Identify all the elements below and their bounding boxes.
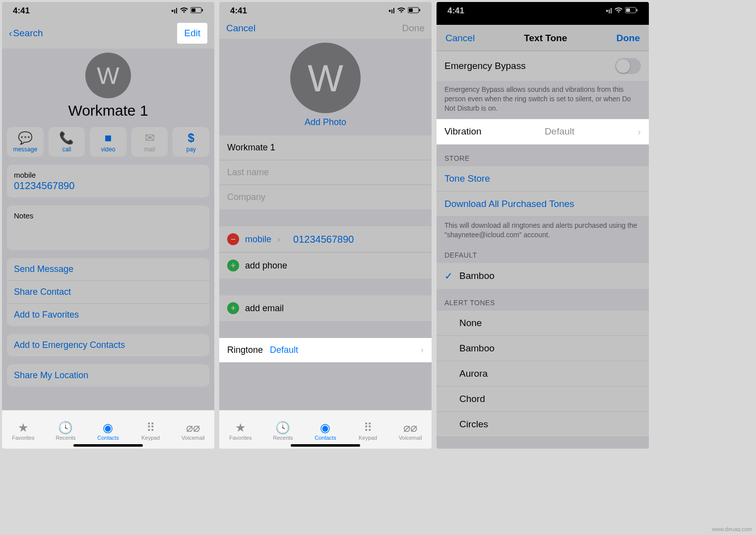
home-indicator[interactable]	[73, 444, 143, 447]
tab-favorites[interactable]: ★Favorites	[2, 410, 45, 449]
tab-contacts[interactable]: ◉Contacts	[87, 410, 129, 449]
tone-row[interactable]: Circles	[437, 412, 649, 437]
battery-icon	[190, 7, 203, 15]
nav-bar: ‹ Search Edit	[2, 18, 214, 49]
emergency-bypass-footer: Emergency Bypass allows sounds and vibra…	[437, 81, 649, 115]
edit-button[interactable]: Edit	[177, 23, 207, 44]
add-favorites-link[interactable]: Add to Favorites	[7, 304, 209, 326]
tone-body: Emergency Bypass Emergency Bypass allows…	[437, 51, 649, 449]
alert-tones-header: ALERT TONES	[437, 289, 649, 311]
clock-icon: 🕓	[275, 421, 290, 434]
vibration-row[interactable]: Vibration Default ›	[437, 119, 649, 144]
message-action[interactable]: 💬 message	[7, 127, 44, 157]
add-photo-button[interactable]: Add Photo	[219, 117, 432, 128]
chevron-right-icon: ›	[421, 345, 424, 355]
last-name-placeholder: Last name	[227, 167, 269, 178]
tone-row[interactable]: Chord	[437, 387, 649, 412]
done-button: Done	[402, 23, 425, 34]
status-bar: 4:41 •ıl	[219, 2, 432, 18]
tab-recents[interactable]: 🕓Recents	[262, 410, 305, 449]
phone-cell[interactable]: mobile 01234567890	[7, 165, 209, 198]
svg-rect-4	[409, 8, 413, 12]
tab-contacts[interactable]: ◉Contacts	[304, 410, 347, 449]
done-button[interactable]: Done	[616, 33, 640, 44]
person-icon: ◉	[320, 421, 330, 434]
person-icon: ◉	[103, 421, 113, 434]
tab-voicemail[interactable]: ⌀⌀Voicemail	[389, 410, 432, 449]
call-action[interactable]: 📞 call	[49, 127, 85, 157]
tone-row[interactable]: None	[437, 311, 649, 336]
tab-label: Recents	[56, 435, 75, 441]
status-indicators: •ıl	[388, 7, 421, 15]
video-action[interactable]: ■ video	[90, 127, 126, 157]
tab-keypad[interactable]: ⠿Keypad	[129, 410, 172, 449]
svg-rect-7	[626, 8, 630, 12]
pay-label: pay	[186, 146, 195, 153]
tab-recents[interactable]: 🕓Recents	[45, 410, 87, 449]
add-icon[interactable]: +	[227, 302, 239, 314]
cancel-button[interactable]: Cancel	[445, 33, 475, 44]
contact-name: Workmate 1	[2, 102, 214, 119]
cancel-button[interactable]: Cancel	[226, 23, 255, 34]
message-label: message	[13, 146, 37, 153]
vibration-label: Vibration	[444, 126, 482, 137]
signal-icon: •ıl	[388, 7, 395, 15]
first-name-field[interactable]: Workmate 1	[219, 135, 432, 160]
phone-value[interactable]: 01234567890	[293, 234, 354, 245]
phone-type-label[interactable]: mobile	[245, 234, 271, 245]
tab-label: Favorites	[12, 435, 34, 441]
add-phone-row[interactable]: + add phone	[219, 253, 432, 278]
action-row: 💬 message 📞 call ■ video ✉ mail $ pay	[2, 127, 214, 157]
pay-action[interactable]: $ pay	[173, 127, 209, 157]
share-contact-link[interactable]: Share Contact	[7, 281, 209, 304]
clock-icon: 🕓	[58, 421, 73, 434]
mobile-phone-row[interactable]: − mobile › 01234567890	[219, 226, 432, 253]
tab-label: Voicemail	[182, 435, 205, 441]
download-footer: This will download all ringtones and ale…	[437, 217, 649, 242]
company-placeholder: Company	[227, 192, 265, 202]
delete-icon[interactable]: −	[227, 233, 239, 245]
signal-icon: •ıl	[606, 7, 612, 15]
notes-cell[interactable]: Notes	[7, 205, 209, 226]
add-icon[interactable]: +	[227, 260, 239, 271]
tone-label: Circles	[459, 419, 488, 430]
emergency-bypass-row[interactable]: Emergency Bypass	[437, 51, 649, 81]
send-message-link[interactable]: Send Message	[7, 258, 209, 281]
chevron-right-icon: ›	[277, 234, 280, 245]
toggle-switch[interactable]	[615, 58, 641, 74]
default-tone-row[interactable]: ✓ Bamboo	[437, 263, 649, 289]
screen-text-tone: 4:41 •ıl Cancel Text Tone Done Emergency…	[437, 2, 649, 449]
share-location-link[interactable]: Share My Location	[7, 364, 209, 387]
tab-label: Recents	[273, 435, 293, 441]
tab-voicemail[interactable]: ⌀⌀Voicemail	[172, 410, 214, 449]
tone-row[interactable]: Aurora	[437, 361, 649, 387]
watermark: www.deuaq.com	[712, 526, 752, 532]
chevron-left-icon: ‹	[9, 28, 12, 39]
company-field[interactable]: Company	[219, 185, 432, 209]
tone-store-link[interactable]: Tone Store	[437, 166, 649, 192]
add-emergency-link[interactable]: Add to Emergency Contacts	[7, 334, 209, 356]
download-all-link[interactable]: Download All Purchased Tones	[437, 192, 649, 217]
add-email-row[interactable]: + add email	[219, 295, 432, 321]
wifi-icon	[397, 7, 406, 15]
video-icon: ■	[105, 131, 112, 145]
keypad-icon: ⠿	[146, 421, 155, 434]
last-name-field[interactable]: Last name	[219, 160, 432, 185]
contact-avatar: W	[85, 53, 131, 98]
emergency-bypass-label: Emergency Bypass	[444, 61, 526, 71]
ringtone-row[interactable]: Ringtone Default ›	[219, 338, 432, 362]
status-time: 4:41	[230, 6, 247, 16]
tone-row[interactable]: Bamboo	[437, 336, 649, 361]
keypad-icon: ⠿	[364, 421, 373, 434]
svg-rect-5	[419, 9, 420, 11]
tone-label: Bamboo	[459, 343, 495, 354]
tab-keypad[interactable]: ⠿Keypad	[347, 410, 389, 449]
call-label: call	[62, 146, 71, 153]
mail-icon: ✉	[145, 131, 155, 145]
phone-label: mobile	[14, 171, 202, 179]
tab-favorites[interactable]: ★Favorites	[219, 410, 262, 449]
contact-avatar[interactable]: W	[290, 43, 361, 113]
notes-label: Notes	[14, 211, 202, 220]
back-button[interactable]: ‹ Search	[9, 28, 43, 39]
home-indicator[interactable]	[291, 444, 360, 447]
